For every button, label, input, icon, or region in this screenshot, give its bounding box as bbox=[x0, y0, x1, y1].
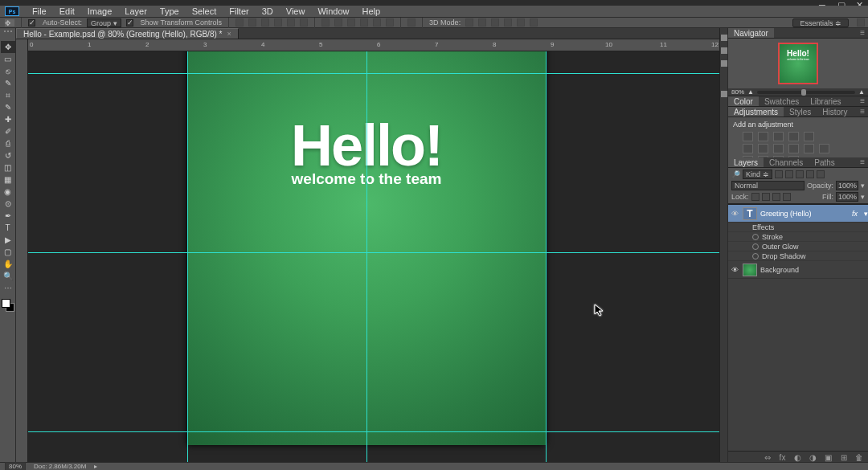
distribute-icon[interactable] bbox=[321, 18, 330, 27]
fill-value[interactable]: 100% bbox=[836, 192, 858, 202]
tab-libraries[interactable]: Libraries bbox=[805, 96, 846, 106]
distribute-icon[interactable] bbox=[373, 18, 381, 27]
tab-channels[interactable]: Channels bbox=[764, 157, 809, 167]
color-lookup-icon[interactable] bbox=[804, 144, 814, 153]
paragraph-icon[interactable] bbox=[721, 60, 727, 67]
exposure-icon[interactable] bbox=[788, 132, 799, 141]
collapsed-panel-dock[interactable] bbox=[719, 28, 727, 462]
align-icon[interactable] bbox=[261, 18, 269, 27]
eyedropper-tool[interactable]: ✎ bbox=[1, 101, 15, 113]
vertical-ruler[interactable] bbox=[16, 39, 28, 462]
new-layer-icon[interactable]: ⊞ bbox=[839, 453, 848, 461]
tab-paths[interactable]: Paths bbox=[809, 157, 841, 167]
new-group-icon[interactable]: ▣ bbox=[824, 453, 833, 461]
lock-trans-icon[interactable] bbox=[751, 193, 760, 201]
effect-row[interactable]: Stroke bbox=[728, 232, 868, 242]
status-chevron-icon[interactable]: ▸ bbox=[94, 463, 97, 470]
lock-all-icon[interactable] bbox=[783, 193, 791, 201]
show-transform-checkbox[interactable] bbox=[126, 19, 133, 27]
play-icon[interactable] bbox=[721, 91, 727, 97]
opacity-value[interactable]: 100% bbox=[836, 181, 858, 190]
layer-list[interactable]: 👁 T Greeting (Hello) fx ▾ Effects Stroke… bbox=[728, 205, 868, 451]
eraser-tool[interactable]: ◫ bbox=[1, 161, 15, 174]
gradient-tool[interactable]: ▦ bbox=[1, 174, 15, 186]
tab-history[interactable]: History bbox=[817, 107, 853, 116]
close-tab-icon[interactable]: × bbox=[227, 30, 231, 38]
menu-window[interactable]: Window bbox=[311, 6, 355, 16]
quick-select-tool[interactable]: ✎ bbox=[1, 77, 15, 89]
lasso-tool[interactable]: ⎋ bbox=[1, 65, 15, 77]
align-icon[interactable] bbox=[300, 18, 308, 27]
character-icon[interactable] bbox=[721, 47, 727, 54]
3d-icon[interactable] bbox=[517, 18, 525, 27]
menu-help[interactable]: Help bbox=[356, 6, 387, 16]
guide-vertical[interactable] bbox=[366, 51, 367, 462]
vibrance-icon[interactable] bbox=[804, 132, 814, 141]
edit-toolbar[interactable]: ⋯ bbox=[1, 282, 15, 294]
horizontal-ruler[interactable]: 0 1 2 3 4 5 6 7 8 9 10 11 12 bbox=[28, 39, 719, 51]
3d-icon[interactable] bbox=[478, 18, 486, 27]
curves-icon[interactable] bbox=[773, 132, 784, 141]
history-brush-tool[interactable]: ↺ bbox=[1, 149, 15, 161]
new-fill-icon[interactable]: ◑ bbox=[809, 453, 817, 461]
maximize-button[interactable]: ▢ bbox=[837, 0, 848, 6]
effect-toggle-icon[interactable] bbox=[752, 234, 759, 240]
document-tab[interactable]: Hello - Example.psd @ 80% (Greeting (Hel… bbox=[16, 28, 239, 39]
tab-color[interactable]: Color bbox=[728, 96, 759, 106]
visibility-icon[interactable]: 👁 bbox=[730, 266, 739, 274]
menu-type[interactable]: Type bbox=[154, 6, 186, 16]
guide-vertical[interactable] bbox=[187, 51, 188, 462]
visibility-icon[interactable]: 👁 bbox=[730, 210, 739, 218]
layer-thumbnail[interactable]: T bbox=[743, 207, 757, 220]
navigator-panel[interactable]: Hello! welcome to the team bbox=[728, 39, 868, 88]
move-tool[interactable]: ✥ bbox=[1, 41, 15, 53]
workspace-switcher[interactable]: Essentials ≑ bbox=[792, 18, 849, 27]
blur-tool[interactable]: ◉ bbox=[1, 186, 15, 198]
menu-view[interactable]: View bbox=[280, 6, 312, 16]
navigator-thumbnail[interactable]: Hello! welcome to the team bbox=[778, 43, 818, 84]
align-icon[interactable] bbox=[235, 18, 244, 27]
marquee-tool[interactable]: ▭ bbox=[1, 53, 15, 65]
ps-logo-icon[interactable]: Ps bbox=[5, 6, 19, 16]
guide-horizontal[interactable] bbox=[28, 73, 719, 74]
guide-horizontal[interactable] bbox=[28, 431, 719, 432]
lock-pixels-icon[interactable] bbox=[762, 193, 770, 201]
filter-type-icon[interactable] bbox=[796, 170, 804, 178]
menu-filter[interactable]: Filter bbox=[223, 6, 255, 16]
layer-fx-badge[interactable]: fx bbox=[852, 210, 858, 218]
auto-select-checkbox[interactable] bbox=[28, 19, 35, 27]
channel-mixer-icon[interactable] bbox=[788, 144, 799, 153]
brightness-icon[interactable] bbox=[743, 132, 753, 141]
distribute-icon[interactable] bbox=[386, 18, 394, 27]
menu-select[interactable]: Select bbox=[186, 6, 223, 16]
align-icon[interactable] bbox=[248, 18, 256, 27]
3d-icon[interactable] bbox=[491, 18, 499, 27]
brush-tool[interactable]: ✐ bbox=[1, 125, 15, 137]
histogram-icon[interactable] bbox=[721, 35, 727, 41]
minimize-button[interactable]: ─ bbox=[819, 0, 829, 6]
guide-vertical[interactable] bbox=[546, 51, 547, 462]
link-layers-icon[interactable]: ⇔ bbox=[763, 453, 772, 461]
distribute-icon[interactable] bbox=[360, 18, 368, 27]
auto-align-icon[interactable] bbox=[407, 18, 416, 27]
filter-adjust-icon[interactable] bbox=[785, 170, 793, 178]
guide-horizontal[interactable] bbox=[28, 252, 719, 253]
canvas[interactable]: Hello! welcome to the team bbox=[28, 51, 719, 462]
foreground-swatch[interactable] bbox=[2, 299, 10, 308]
type-tool[interactable]: T bbox=[1, 222, 15, 234]
path-select-tool[interactable]: ▶ bbox=[1, 234, 15, 246]
3d-icon[interactable] bbox=[530, 18, 538, 27]
layer-style-icon[interactable]: fx bbox=[778, 453, 787, 461]
hand-tool[interactable]: ✋ bbox=[1, 258, 15, 270]
zoom-tool[interactable]: 🔍 bbox=[1, 270, 15, 282]
zoom-out-icon[interactable]: ▲ bbox=[747, 88, 754, 96]
hue-icon[interactable] bbox=[743, 144, 753, 153]
delete-layer-icon[interactable]: 🗑 bbox=[854, 453, 863, 461]
effect-row[interactable]: Outer Glow bbox=[728, 242, 868, 251]
levels-icon[interactable] bbox=[758, 132, 768, 141]
filter-pixel-icon[interactable] bbox=[775, 170, 783, 178]
panel-menu-icon[interactable]: ≡ bbox=[857, 107, 868, 116]
menu-3d[interactable]: 3D bbox=[256, 6, 280, 16]
stamp-tool[interactable]: ⎙ bbox=[1, 137, 15, 149]
tab-navigator[interactable]: Navigator bbox=[728, 28, 774, 38]
